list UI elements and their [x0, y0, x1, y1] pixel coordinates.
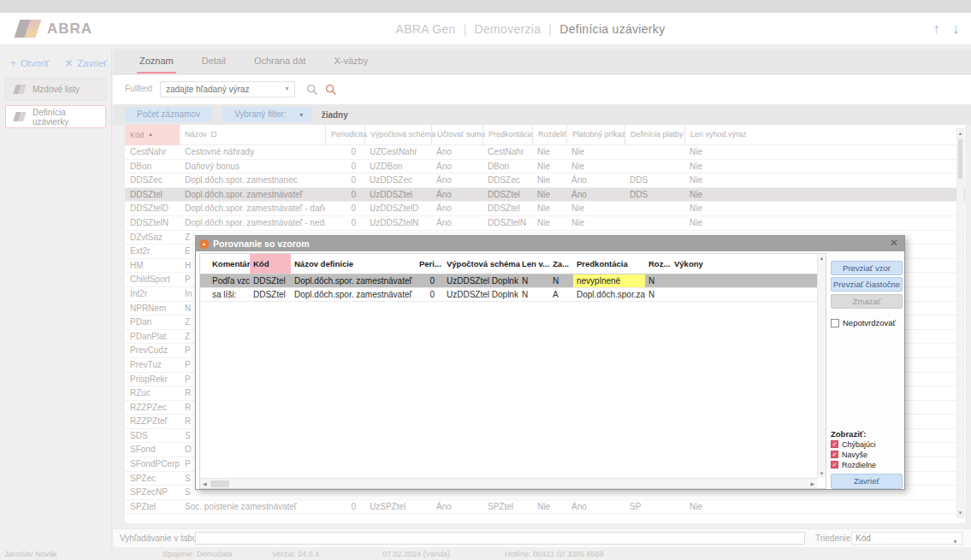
column-header-predkont-cia[interactable]: Predkontácia — [483, 125, 532, 145]
dialog-close-button[interactable]: Zavrieť — [831, 474, 903, 489]
sort-dropdown[interactable]: Kód▼ — [851, 532, 962, 545]
show-option-navy-e[interactable]: ✓Navyše — [831, 450, 876, 459]
table-vertical-scrollbar[interactable]: ▲ ▼ — [956, 128, 964, 518]
dialog-vertical-scrollbar[interactable]: ▲ ▼ — [817, 254, 826, 478]
scroll-down-icon[interactable]: ▼ — [957, 510, 963, 516]
dialog-column-header-k-d[interactable]: Kód — [250, 254, 291, 274]
table-row[interactable]: CestNahrCestovné náhrady0UZCestNahrÁnoCe… — [125, 145, 965, 160]
dialog-horizontal-scrollbar[interactable]: ◀ ▶ — [200, 478, 817, 488]
tab-ochrana-d-t[interactable]: Ochrana dát — [252, 49, 309, 74]
arrow-down-icon[interactable]: ↓ — [952, 21, 959, 36]
compare-with-template-dialog: ▲ Porovnanie so vzorom ✕ KomentárKódNázo… — [195, 235, 905, 490]
selected-filter-value: žiadny — [322, 110, 348, 120]
take-template-button[interactable]: Prevziať vzor — [831, 261, 903, 275]
breadcrumb-app: ABRA Gen — [396, 22, 456, 36]
abra-window: ABRA ABRA Gen|Demoverzia|Definícia uzávi… — [0, 0, 971, 560]
close-button[interactable]: ✕Zavrieť — [64, 57, 107, 69]
breadcrumb: ABRA Gen|Demoverzia|Definícia uzávierky — [396, 22, 666, 36]
dialog-column-header-v-kony[interactable]: Výkony — [671, 254, 710, 274]
search-advanced-icon[interactable] — [325, 84, 337, 96]
fulltext-input[interactable] — [160, 81, 295, 97]
tab-zoznam[interactable]: Zoznam — [137, 49, 176, 74]
column-header-tova-sumu[interactable]: Účtovať sumu — [431, 125, 483, 145]
page-title: Definícia uzávierky — [560, 22, 665, 36]
record-count-button[interactable]: Počet záznamov — [125, 107, 212, 122]
breadcrumb-separator: | — [464, 22, 467, 36]
show-option-label: Rozdielne — [842, 461, 876, 469]
column-header-rozdeli[interactable]: Rozdeliť — [532, 125, 566, 145]
column-header-periodicita[interactable]: Periodicita — [325, 125, 364, 145]
dialog-column-header-n-zov-defin-cie[interactable]: Názov definície — [291, 254, 416, 274]
table-search-input[interactable] — [195, 532, 805, 545]
plus-icon: + — [10, 57, 16, 69]
status-date: 07.02.2024 (Vanda) — [382, 550, 450, 558]
scroll-up-icon[interactable]: ▲ — [818, 256, 826, 261]
arrow-up-icon[interactable]: ↑ — [933, 21, 940, 36]
checkbox-unchecked-icon — [831, 319, 839, 327]
dialog-button-panel: Prevziať vzor Prevziať čiastočne Zmazať … — [831, 253, 903, 489]
app-header: ABRA ABRA Gen|Demoverzia|Definícia uzávi… — [0, 13, 971, 45]
dialog-column-header-koment-r[interactable]: Komentár — [209, 254, 250, 274]
sidebar-item-defin-cia-uz-vierky[interactable]: Definícia uzávierky — [5, 105, 106, 128]
delete-button[interactable]: Zmazať — [831, 294, 903, 309]
dialog-titlebar[interactable]: ▲ Porovnanie so vzorom ✕ — [196, 236, 904, 251]
table-row[interactable]: DDSZtelNDopl.dôch.spor. zamestnávateľ - … — [125, 216, 965, 231]
chevron-down-icon[interactable]: ▼ — [284, 85, 290, 91]
dialog-column-header-roz[interactable]: Roz... — [645, 254, 671, 274]
window-top-strip — [0, 0, 971, 13]
show-option-ch-baj-ci[interactable]: ✓Chýbajúci — [831, 439, 876, 449]
close-icon: ✕ — [64, 57, 73, 69]
table-row[interactable]: DDSZecDopl.dôch.spor. zamestnanec0UzDDSZ… — [125, 174, 965, 188]
table-row[interactable]: DBonDaňový bonus0UZDBonÁnoDBonNieNieNie — [125, 160, 965, 174]
table-row[interactable]: DDSZtelDopl.dôch.spor. zamestnávateľ0UzD… — [125, 188, 965, 203]
checkbox-checked-icon: ✓ — [831, 461, 838, 469]
sidebar-item-mzdov-listy[interactable]: Mzdové listy — [5, 78, 106, 101]
dialog-column-header-v-po-tov-sch-ma[interactable]: Výpočtová schéma — [443, 254, 518, 274]
take-partial-button[interactable]: Prevziať čiastočne — [831, 277, 903, 292]
tab-x-v-zby[interactable]: X-väzby — [331, 49, 370, 74]
scroll-up-icon[interactable]: ▲ — [957, 131, 963, 136]
status-connection: Spojenie: Demodata — [163, 550, 233, 558]
column-header-k-d[interactable]: Kód▲ — [125, 125, 180, 145]
show-option-label: Chýbajúci — [842, 440, 876, 449]
scrollbar-thumb[interactable] — [210, 480, 229, 487]
sidebar-actions: +Otvoriť ✕Zavrieť — [10, 57, 104, 69]
table-row[interactable]: DDSZtelDDopl.dôch.spor. zamestnávateľ - … — [125, 202, 965, 216]
dialog-close-icon[interactable]: ✕ — [890, 237, 898, 249]
status-version: Verzia: 24.0.4 — [272, 550, 319, 558]
search-icon[interactable] — [306, 84, 318, 96]
dialog-table-row[interactable]: Podľa vzcDDSZtelDopl.dôch.spor. zamestná… — [200, 274, 826, 288]
dialog-column-header-predkont-cia[interactable]: Predkontácia — [573, 254, 645, 274]
status-user: Jaroslav Novák — [4, 550, 57, 558]
table-row[interactable]: SPZtelSoc. poistenie zamestnávateľ0UzSPZ… — [125, 500, 965, 515]
scroll-down-icon[interactable]: ▼ — [818, 471, 826, 476]
header-nav-arrows: ↑ ↓ — [925, 21, 959, 37]
column-header-len-vyhod-v-raz[interactable]: Len vyhod.výraz — [684, 125, 744, 145]
column-header-n-zov[interactable]: Názov — [180, 125, 325, 145]
show-option-rozdielne[interactable]: ✓Rozdielne — [831, 460, 876, 469]
open-button[interactable]: +Otvoriť — [10, 57, 49, 69]
no-confirm-checkbox[interactable]: Nepotvrdzovať — [831, 318, 896, 327]
scroll-right-icon[interactable]: ▶ — [810, 480, 814, 486]
dialog-title: Porovnanie so vzorom — [213, 239, 310, 249]
dialog-column-header-len-v[interactable]: Len v... — [518, 254, 549, 274]
abra-logo: ABRA — [14, 20, 92, 38]
scrollbar-thumb[interactable] — [958, 139, 962, 179]
sidebar: +Otvoriť ✕Zavrieť Mzdové listyDefinícia … — [0, 49, 112, 547]
dialog-table-body: Podľa vzcDDSZtelDopl.dôch.spor. zamestná… — [200, 274, 826, 302]
checkbox-checked-icon: ✓ — [831, 440, 838, 448]
column-header-v-po-tov-sch-ma[interactable]: Výpočtová schéma — [364, 125, 431, 145]
sort-label: Triedenie — [815, 533, 850, 543]
scroll-left-icon[interactable]: ◀ — [203, 480, 207, 486]
tab-detail[interactable]: Detail — [199, 49, 228, 74]
tab-bar: ZoznamDetailOchrana dátX-väzby — [113, 49, 971, 74]
dialog-column-header-peri[interactable]: Peri... — [416, 254, 443, 274]
dialog-table-row[interactable]: sa líši:DDSZtelDopl.dôch.spor. zamestnáv… — [200, 288, 826, 302]
dialog-column-header-za[interactable]: Za... — [549, 254, 573, 274]
column-header-platobn-pr-kaz[interactable]: Platobný príkaz — [566, 125, 625, 145]
chevron-down-icon: ▼ — [952, 536, 958, 547]
filter-bar: Počet záznamov Vybraný filter:▼ žiadny — [113, 104, 971, 125]
column-header-defin-cia-platby[interactable]: Definícia platby — [625, 125, 684, 145]
breadcrumb-separator: | — [548, 22, 552, 36]
selected-filter-dropdown[interactable]: Vybraný filter:▼ — [222, 107, 311, 122]
